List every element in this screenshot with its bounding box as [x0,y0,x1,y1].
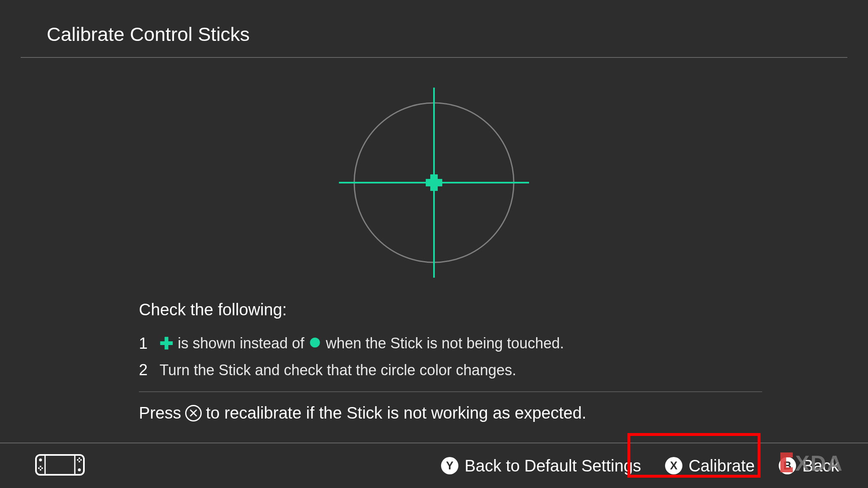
svg-rect-4 [426,179,442,186]
check-text-1a: is shown instead of [178,335,304,352]
recalibrate-instruction: Press to recalibrate if the Stick is not… [139,404,761,422]
crosshair-icon [339,88,529,278]
page-title: Calibrate Control Sticks [47,23,868,45]
calibrate-button[interactable]: X Calibrate [665,457,755,475]
svg-rect-19 [780,452,793,457]
check-num-1: 1 [139,335,160,352]
x-button-icon [185,405,202,421]
stick-calibration-visual [0,88,868,278]
svg-point-8 [39,459,42,462]
svg-point-11 [40,466,41,467]
back-to-default-button[interactable]: Y Back to Default Settings [441,457,641,475]
recal-text-1: Press [139,404,181,422]
recal-text-2: to recalibrate if the Stick is not worki… [206,404,586,422]
watermark: XDA [780,450,851,476]
header: Calibrate Control Sticks [0,0,868,45]
check-item-2: 2 Turn the Stick and check that the circ… [139,361,761,379]
check-num-2: 2 [139,361,160,379]
switch-controller-icon [35,454,85,476]
xda-logo-icon: XDA [780,450,851,475]
instructions-block: Check the following: 1 ✚ is shown instea… [107,300,761,422]
y-button-label: Back to Default Settings [465,457,641,475]
inner-divider [139,391,762,392]
header-divider [21,57,847,58]
footer-bar: Y Back to Default Settings X Calibrate B… [0,443,868,488]
check-text-2: Turn the Stick and check that the circle… [160,362,516,379]
svg-text:XDA: XDA [795,451,843,475]
check-item-1: 1 ✚ is shown instead of when the Stick i… [139,334,761,353]
x-button-label: Calibrate [689,457,755,475]
svg-point-10 [41,467,43,469]
check-heading: Check the following: [139,300,761,319]
svg-rect-5 [36,455,84,475]
svg-point-14 [77,459,79,461]
footer-actions: Y Back to Default Settings X Calibrate B… [441,457,839,475]
svg-point-9 [38,467,40,469]
check-list: 1 ✚ is shown instead of when the Stick i… [139,334,761,379]
check-text-1b: when the Stick is not being touched. [326,335,564,352]
x-button-icon-footer: X [665,457,682,474]
plus-icon: ✚ [160,334,174,353]
svg-point-17 [79,461,80,462]
y-button-icon: Y [441,457,458,474]
svg-point-15 [80,459,82,461]
svg-point-12 [40,469,41,471]
svg-point-16 [79,457,80,459]
svg-point-13 [78,469,81,471]
controller-indicator [35,454,85,477]
dot-icon [310,338,320,348]
svg-rect-20 [780,467,793,472]
